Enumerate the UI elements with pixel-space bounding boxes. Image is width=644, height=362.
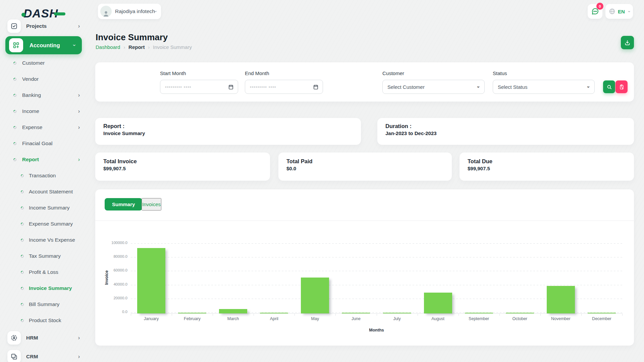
gridline	[131, 243, 622, 244]
x-axis-tick	[622, 313, 623, 316]
bullet-icon	[13, 109, 17, 114]
stat-value: $99,907.5	[468, 166, 626, 171]
duration-info-label: Duration :	[385, 123, 626, 129]
tab-invoices[interactable]: Invoices	[142, 198, 161, 210]
sidebar-item-label: Bill Summary	[29, 301, 59, 307]
download-icon	[624, 40, 631, 46]
logo-accent-dash	[54, 12, 65, 15]
page-title: Invoice Summary	[96, 32, 168, 43]
sidebar-item-product-stock[interactable]: Product Stock	[0, 312, 88, 328]
sidebar-menu: Projects›Accounting›CustomerVendorBankin…	[0, 18, 88, 362]
download-button[interactable]	[621, 36, 634, 49]
bar-may[interactable]	[301, 278, 329, 313]
x-axis-category-label: April	[254, 316, 294, 321]
sidebar-item-label: HRM	[26, 335, 38, 341]
x-axis-category-label: January	[131, 316, 172, 321]
sidebar-group-accounting[interactable]: Accounting›	[5, 36, 82, 54]
x-axis-category-label: August	[418, 316, 459, 321]
x-axis-tick	[335, 313, 336, 316]
sidebar-item-invoice-summary[interactable]: Invoice Summary	[0, 280, 88, 296]
x-axis-category-label: March	[213, 316, 254, 321]
report-info-label: Report :	[103, 123, 353, 129]
stat-card-total-paid: Total Paid$0.0	[278, 153, 452, 181]
x-axis-tick	[499, 313, 500, 316]
y-axis-tick-label: 60000.0	[95, 268, 127, 272]
sidebar-item-tax-summary[interactable]: Tax Summary	[0, 248, 88, 264]
brand-logo[interactable]: DASH	[21, 7, 65, 19]
sidebar-item-label: Projects	[26, 23, 47, 29]
x-axis-category-label: November	[540, 316, 581, 321]
x-axis-tick	[131, 313, 131, 316]
sidebar-item-crm[interactable]: CRM›	[0, 347, 88, 362]
sidebar-group-label: Accounting	[30, 42, 60, 49]
sidebar-item-report[interactable]: Report›	[0, 152, 88, 168]
sidebar-item-finacial-goal[interactable]: Finacial Goal	[0, 135, 88, 152]
x-axis-category-label: July	[377, 316, 418, 321]
bar-february[interactable]	[178, 313, 206, 313]
sidebar-item-label: Invoice Summary	[29, 285, 72, 291]
reset-filter-button[interactable]	[615, 80, 628, 93]
bar-june[interactable]	[342, 313, 370, 313]
sidebar-item-expense-summary[interactable]: Expense Summary	[0, 216, 88, 232]
sidebar-item-projects[interactable]: Projects›	[0, 18, 88, 34]
sidebar-item-expense[interactable]: Expense›	[0, 119, 88, 135]
bullet-icon	[20, 206, 24, 210]
bullet-icon	[13, 158, 17, 162]
bullet-icon	[13, 77, 17, 81]
apply-filter-button[interactable]	[603, 80, 615, 93]
bar-april[interactable]	[260, 313, 288, 313]
bar-march[interactable]	[219, 309, 247, 313]
sidebar-item-income-vs-expense[interactable]: Income Vs Expense	[0, 232, 88, 248]
x-axis-tick	[540, 313, 541, 316]
end-month-input[interactable]: --------- ----	[245, 80, 323, 94]
chevron-right-icon: ›	[78, 157, 80, 162]
x-axis-category-label: October	[499, 316, 540, 321]
sidebar-item-label: Vendor	[22, 76, 39, 82]
bar-september[interactable]	[465, 313, 493, 313]
bar-november[interactable]	[547, 286, 575, 313]
bar-august[interactable]	[424, 293, 452, 313]
sidebar: DASH Projects›Accounting›CustomerVendorB…	[0, 0, 88, 362]
tabs-divider	[95, 221, 634, 221]
sidebar-item-income[interactable]: Income›	[0, 103, 88, 119]
sidebar-item-vendor[interactable]: Vendor	[0, 71, 88, 87]
breadcrumb-item-2[interactable]: Report	[128, 44, 145, 50]
x-axis-category-label: February	[172, 316, 213, 321]
chevron-right-icon: ›	[78, 23, 80, 29]
x-axis-tick	[213, 313, 213, 316]
stat-card-total-due: Total Due$99,907.5	[460, 153, 634, 181]
x-axis-category-label: June	[335, 316, 376, 321]
breadcrumb: Dashboard›Report›Invoice Summary	[96, 44, 192, 50]
sidebar-item-customer[interactable]: Customer	[0, 55, 88, 71]
y-axis-tick-label: 80000.0	[95, 254, 127, 258]
x-axis-tick	[294, 313, 295, 316]
sidebar-item-hrm[interactable]: HRM›	[0, 328, 88, 347]
bar-january[interactable]	[137, 248, 165, 313]
bar-july[interactable]	[383, 313, 411, 313]
sidebar-item-label: Customer	[22, 60, 45, 66]
gridline	[131, 285, 622, 285]
status-select[interactable]: Select Status ›	[493, 80, 595, 94]
bar-october[interactable]	[506, 313, 534, 313]
customer-select[interactable]: Select Customer ›	[382, 80, 485, 94]
chevron-right-icon: ›	[78, 335, 80, 341]
tab-summary[interactable]: Summary	[105, 198, 142, 210]
stat-value: $99,907.5	[103, 166, 262, 171]
bullet-icon	[20, 238, 24, 242]
sidebar-item-account-statement[interactable]: Account Statement	[0, 184, 88, 200]
report-info-card: Report : Invoice Summary	[95, 118, 361, 145]
sidebar-item-transaction[interactable]: Transaction	[0, 168, 88, 184]
x-axis-tick	[418, 313, 418, 316]
sidebar-item-banking[interactable]: Banking›	[0, 87, 88, 103]
start-month-input[interactable]: --------- ----	[160, 80, 238, 94]
logo-accent-dot	[21, 13, 25, 17]
sidebar-item-label: Income Summary	[29, 205, 69, 211]
sidebar-item-income-summary[interactable]: Income Summary	[0, 200, 88, 216]
sidebar-item-bill-summary[interactable]: Bill Summary	[0, 296, 88, 312]
sidebar-item-profit-loss[interactable]: Profit & Loss	[0, 264, 88, 280]
bar-december[interactable]	[588, 313, 616, 313]
reset-icon	[619, 84, 625, 90]
x-axis-tick	[377, 313, 377, 316]
bullet-icon	[20, 318, 24, 323]
breadcrumb-item-1[interactable]: Dashboard	[96, 44, 120, 50]
